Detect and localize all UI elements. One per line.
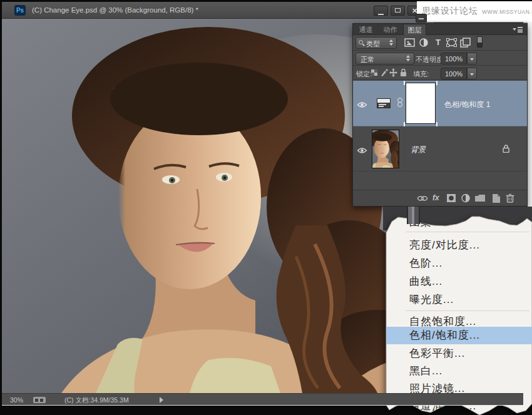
lock-pixels-icon[interactable] [380, 68, 388, 77]
fill-value-field[interactable]: 100% [441, 68, 467, 79]
mask-selection-tick [436, 81, 437, 85]
page-background-edge [528, 19, 532, 210]
menu-lines-icon [518, 27, 523, 33]
layers-panel-bottom-bar: fx [353, 190, 527, 206]
fill-label: 填充: [413, 69, 429, 79]
smart-object-filter-icon[interactable] [460, 38, 471, 48]
new-group-icon[interactable] [474, 193, 486, 203]
document-size-info: (C) 文档:34.9M/35.3M [64, 396, 129, 405]
document-title: (C) Change Eye.psd @ 30% (Background, RG… [32, 6, 198, 14]
photoshop-app-icon: Ps [14, 5, 26, 16]
layer-name[interactable]: 背景 [411, 145, 426, 155]
watermark-site-name: 思缘设计论坛 [422, 6, 478, 17]
menu-item-curves[interactable]: 曲线... [409, 273, 442, 290]
lock-label: 锁定: [356, 69, 372, 79]
visibility-eye-icon[interactable] [357, 100, 369, 107]
link-layers-icon[interactable] [417, 193, 428, 203]
menu-item-levels[interactable]: 色阶... [409, 255, 442, 272]
delete-layer-icon[interactable] [505, 193, 516, 203]
adobe-drive-icon[interactable] [33, 397, 46, 403]
maximize-button[interactable] [391, 6, 405, 16]
shape-filter-icon[interactable] [446, 38, 458, 48]
filter-kind-label: 类型 [366, 39, 380, 49]
layer-row-hue-saturation[interactable]: 色相/饱和度 1 [353, 81, 527, 126]
minus-icon [419, 18, 424, 19]
panel-menu-icon[interactable] [513, 26, 523, 33]
layer-locked-icon [503, 145, 509, 153]
chevron-down-icon [513, 28, 516, 31]
filter-kind-dropdown[interactable]: 类型 [356, 37, 397, 49]
status-bar: 30% (C) 文档:34.9M/35.3M [2, 393, 523, 406]
panel-tab-bar: 通道 动作 图层 [353, 24, 527, 35]
menu-separator [406, 310, 529, 311]
filter-toggle-switch[interactable] [477, 36, 483, 48]
visibility-eye-icon[interactable] [357, 145, 369, 153]
layer-name[interactable]: 色相/饱和度 1 [444, 100, 490, 110]
title-bar[interactable]: Ps (C) Change Eye.psd @ 30% (Background,… [2, 2, 417, 19]
status-options-arrow-icon[interactable] [160, 397, 163, 403]
menu-item-hue-saturation[interactable]: 色相/饱和度... [386, 327, 532, 344]
updown-arrows-icon [389, 39, 393, 46]
layer-filter-row: 类型 T [353, 35, 527, 51]
menu-item-black-white[interactable]: 黑白... [409, 362, 442, 380]
layer-list: 色相/饱和度 1 背景 [353, 81, 527, 170]
blend-mode-value: 正常 [361, 55, 374, 64]
tab-layers[interactable]: 图层 [403, 24, 426, 35]
minimize-button[interactable] [374, 6, 388, 16]
mask-selection-tick [436, 122, 437, 126]
menu-separator [406, 232, 529, 232]
layers-panel: 通道 动作 图层 类型 T [352, 23, 528, 207]
lock-row: 锁定: 填充: 100% [353, 66, 527, 80]
blend-mode-dropdown[interactable]: 正常 [356, 53, 414, 64]
minimize-icon [378, 4, 384, 15]
blend-mode-row: 正常 不透明度: 100% [353, 51, 527, 66]
menu-item-list: 图案... 亮度/对比度... 色阶... 曲线... 曝光度... 自然饱和度… [383, 212, 532, 415]
lock-transparency-icon[interactable] [371, 68, 379, 77]
updown-arrows-icon [406, 55, 410, 61]
zoom-level-field[interactable]: 30% [10, 396, 23, 404]
watermark-strip: 思缘设计论坛 WWW.MISSYUAN.COM [417, 1, 532, 22]
tab-channels[interactable]: 通道 [354, 24, 377, 35]
tab-actions[interactable]: 动作 [379, 24, 402, 35]
menu-item-brightness-contrast[interactable]: 亮度/对比度... [409, 237, 480, 254]
opacity-value-field[interactable]: 100% [441, 53, 467, 64]
hue-saturation-adjustment-thumbnail[interactable] [377, 98, 391, 108]
menu-item-exposure[interactable]: 曝光度... [409, 291, 454, 309]
adjustment-layer-menu: 图案... 亮度/对比度... 色阶... 曲线... 曝光度... 自然饱和度… [383, 212, 532, 415]
fill-dropdown-arrow[interactable] [467, 68, 477, 79]
menu-item-color-balance[interactable]: 色彩平衡... [409, 345, 465, 362]
layer-style-fx-icon[interactable]: fx [432, 193, 444, 203]
lock-all-icon[interactable] [399, 68, 407, 77]
watermark-site-url: WWW.MISSYUAN.COM [482, 9, 532, 15]
mask-link-icon[interactable] [397, 98, 403, 110]
picture-filter-icon[interactable] [404, 38, 416, 48]
lock-position-icon[interactable] [389, 68, 397, 77]
panel-collapse-button[interactable] [416, 14, 427, 23]
panel-connector-bar [407, 207, 420, 224]
opacity-dropdown-arrow[interactable] [467, 53, 477, 64]
mask-selection-tick [404, 122, 405, 126]
add-layer-mask-icon[interactable] [446, 193, 458, 203]
maximize-icon [395, 8, 401, 13]
adjustment-filter-icon[interactable] [419, 38, 430, 48]
mask-selection-tick [404, 81, 405, 85]
type-filter-icon[interactable]: T [432, 38, 444, 48]
search-icon [359, 40, 363, 44]
background-layer-thumbnail[interactable] [372, 130, 399, 168]
new-layer-icon[interactable] [491, 193, 502, 203]
new-adjustment-layer-icon[interactable] [461, 193, 472, 203]
layer-mask-thumbnail[interactable] [406, 83, 436, 124]
photoshop-window: Ps (C) Change Eye.psd @ 30% (Background,… [0, 0, 532, 415]
layer-row-background[interactable]: 背景 [353, 126, 527, 172]
